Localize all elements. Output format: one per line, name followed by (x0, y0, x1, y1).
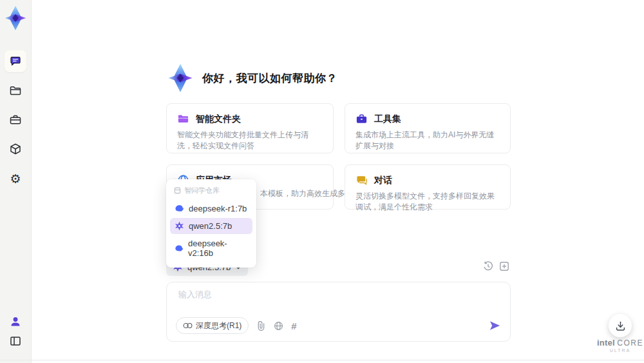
message-composer: 深度思考(R1) # (166, 282, 511, 342)
sidebar-item-chat[interactable] (5, 50, 26, 72)
card-title: 智能文件夹 (196, 113, 241, 125)
app-window: ⚙ 你好，我可以如何帮助你？ (0, 0, 644, 363)
send-icon (489, 320, 501, 331)
send-button[interactable] (489, 320, 501, 331)
deep-think-icon (183, 322, 193, 329)
card-description: 智能文件夹功能支持批量文件上传与清洗，轻松实现文件问答 (177, 130, 323, 152)
sidebar: ⚙ (0, 0, 32, 363)
card-description: 灵活切换多模型文件，支持多样回复效果调试，满足个性化需求 (355, 191, 500, 213)
deepseek-whale-icon (175, 204, 184, 213)
message-input[interactable] (177, 288, 482, 316)
model-dropdown: 智问学仓库 deepseek-r1:7b qwen2.5:7b deepseek… (166, 179, 256, 268)
greeting-text: 你好，我可以如何帮助你？ (202, 71, 337, 86)
deep-think-label: 深度思考(R1) (196, 320, 242, 331)
ultra-wordmark: ULTRA (596, 348, 644, 353)
user-icon (9, 315, 22, 328)
briefcase-icon (355, 113, 368, 125)
intel-wordmark: intel (597, 338, 615, 348)
window-bottom-divider (0, 360, 644, 360)
prompt-library-button[interactable]: # (291, 320, 296, 331)
sidebar-item-folders[interactable] (5, 80, 26, 102)
qwen-icon (175, 221, 184, 231)
model-option-label: deepseek-v2:16b (188, 239, 248, 258)
card-title: 对话 (374, 175, 392, 186)
panel-icon (9, 335, 22, 348)
deepseek-whale-icon (175, 244, 184, 253)
sidebar-item-panel-toggle[interactable] (5, 330, 26, 352)
model-option-label: qwen2.5:7b (189, 221, 232, 231)
model-option-qwen[interactable]: qwen2.5:7b (170, 218, 252, 234)
card-title: 工具集 (374, 113, 401, 125)
core-wordmark: CORE (617, 338, 643, 348)
model-option-deepseek-v2[interactable]: deepseek-v2:16b (170, 235, 252, 261)
intel-core-logo: intel CORE ULTRA (596, 338, 644, 353)
new-chat-icon[interactable] (499, 261, 509, 271)
sidebar-item-settings[interactable]: ⚙ (5, 168, 26, 190)
sidebar-item-account[interactable] (5, 311, 26, 333)
assistant-logo-icon (166, 63, 194, 93)
model-option-deepseek-r1[interactable]: deepseek-r1:7b (170, 201, 252, 217)
card-description: 集成市场上主流工具，助力AI与外界无缝扩展与对接 (355, 130, 500, 152)
download-icon (615, 320, 626, 331)
chat-icon (9, 55, 22, 68)
composer-toolbar: 深度思考(R1) # (176, 317, 501, 334)
repo-icon (174, 187, 181, 194)
card-dialogue[interactable]: 对话 灵活切换多模型文件，支持多样回复效果调试，满足个性化需求 (345, 164, 511, 210)
chat-bubble-icon (355, 174, 368, 186)
sidebar-item-toolbox[interactable] (5, 109, 26, 131)
card-smart-folder[interactable]: 智能文件夹 智能文件夹功能支持批量文件上传与清洗，轻松实现文件问答 (166, 103, 334, 153)
globe-icon (274, 321, 283, 331)
model-repo-label: 智问学仓库 (184, 186, 220, 195)
model-option-label: deepseek-r1:7b (189, 204, 247, 213)
app-logo-icon (3, 5, 28, 32)
folder-icon (9, 84, 22, 97)
history-icon[interactable] (483, 261, 493, 271)
card-description-fragment: 本模板，助力高效生成多 (260, 188, 345, 199)
web-search-button[interactable] (274, 321, 283, 331)
briefcase-icon (9, 113, 22, 126)
attachment-button[interactable] (257, 321, 265, 331)
deep-think-toggle[interactable]: 深度思考(R1) (176, 317, 249, 334)
model-dropdown-header: 智问学仓库 (166, 183, 256, 199)
greeting: 你好，我可以如何帮助你？ (166, 63, 337, 93)
card-toolset[interactable]: 工具集 集成市场上主流工具，助力AI与外界无缝扩展与对接 (345, 103, 511, 153)
cube-icon (9, 142, 22, 155)
gear-icon: ⚙ (10, 173, 21, 185)
paperclip-icon (257, 321, 265, 331)
sidebar-item-apps[interactable] (5, 138, 26, 160)
download-button[interactable] (609, 314, 632, 337)
folder-icon (177, 113, 189, 125)
conversation-actions (483, 261, 509, 271)
